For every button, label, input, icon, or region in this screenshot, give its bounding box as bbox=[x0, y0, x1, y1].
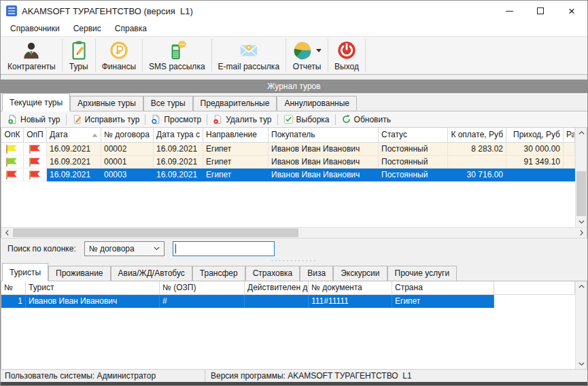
details-tab[interactable]: Туристы bbox=[2, 263, 48, 281]
journal-tab[interactable]: Аннулированные bbox=[277, 96, 357, 111]
tourist-cell: # bbox=[160, 295, 245, 308]
action-button[interactable]: Просмотр bbox=[147, 112, 205, 127]
tour-row[interactable]: 16.09.20210000116.09.2021ЕгипетИванов Ив… bbox=[1, 156, 575, 169]
journal-tab[interactable]: Текущие туры bbox=[2, 93, 70, 111]
column-header-label: К оплате, Руб bbox=[451, 128, 503, 142]
journal-tab[interactable]: Все туры bbox=[143, 96, 193, 111]
details-tab[interactable]: Проживание bbox=[48, 266, 111, 281]
scroll-up-icon[interactable] bbox=[576, 281, 587, 292]
action-button[interactable]: Выборка bbox=[279, 112, 334, 127]
column-header[interactable]: Дата bbox=[47, 128, 101, 143]
edit-tour-icon bbox=[72, 114, 82, 124]
close-icon: × bbox=[568, 5, 575, 17]
scrollbar-thumb[interactable] bbox=[13, 228, 298, 237]
column-header[interactable]: Турист bbox=[26, 281, 160, 295]
column-header[interactable]: ОпК bbox=[1, 128, 24, 143]
tours-table: ОпКОпПДата№ договораДата тура сНаправлен… bbox=[1, 128, 587, 238]
tour-cell: 00003 bbox=[101, 169, 154, 181]
column-header-label: Дата bbox=[50, 128, 68, 142]
tourist-row[interactable]: 1Иванов Иван Иванович#111#11111Египет bbox=[1, 295, 494, 308]
journal-tabs: Текущие турыАрхивные турыВсе турыПредвар… bbox=[1, 93, 587, 111]
opk-flag-icon bbox=[1, 156, 24, 169]
details-tab[interactable]: Экскурсии bbox=[333, 266, 387, 281]
minimize-button[interactable] bbox=[494, 1, 525, 21]
search-panel: Поиск по колонке: № договора bbox=[1, 238, 587, 258]
toolbar-button[interactable]: SMS рассылка bbox=[143, 37, 211, 74]
action-button[interactable]: Исправить тур bbox=[68, 112, 144, 127]
journal-tab[interactable]: Архивные туры bbox=[70, 96, 143, 111]
action-button[interactable]: Удалить тур bbox=[209, 112, 275, 127]
scroll-right-icon[interactable] bbox=[576, 228, 587, 238]
tourists-vertical-scrollbar[interactable] bbox=[575, 281, 587, 369]
journal-tab[interactable]: Предварительные bbox=[193, 96, 277, 111]
toolbar-button[interactable]: E-mail рассылка bbox=[212, 37, 286, 74]
opk-flag-icon bbox=[1, 143, 24, 156]
toolbar-button[interactable]: Выход bbox=[328, 37, 365, 74]
toolbar-button[interactable]: Финансы bbox=[96, 37, 142, 74]
column-header[interactable]: № договора bbox=[101, 128, 154, 143]
column-header[interactable]: № (ОЗП) bbox=[160, 281, 245, 295]
action-button-label: Новый тур bbox=[20, 115, 60, 124]
details-tab[interactable]: Авиа/ЖД/Автобус bbox=[111, 266, 192, 281]
action-button[interactable]: Обновить bbox=[337, 112, 395, 127]
person-icon bbox=[21, 40, 41, 60]
column-header[interactable]: № bbox=[1, 281, 26, 295]
journal-header: Журнал туров bbox=[1, 80, 587, 93]
toolbar-button[interactable]: Отчеты bbox=[286, 37, 328, 74]
tourist-cell: 1 bbox=[1, 295, 26, 308]
search-input[interactable] bbox=[173, 241, 275, 256]
tour-cell: 16.09.2021 bbox=[47, 143, 101, 156]
column-header-filler bbox=[494, 281, 575, 295]
toolbar-button[interactable]: Туры bbox=[63, 37, 95, 74]
toolbar-button[interactable]: Контрагенты bbox=[1, 37, 62, 74]
menu-item[interactable]: Справка bbox=[108, 21, 154, 36]
column-header[interactable]: Дата тура с bbox=[154, 128, 203, 143]
menu-item[interactable]: Справочники bbox=[3, 21, 67, 36]
column-header-label: Приход, Руб bbox=[513, 128, 560, 142]
tourist-cell: 111#11111 bbox=[309, 295, 392, 308]
tours-table-header: ОпКОпПДата№ договораДата тура сНаправлен… bbox=[1, 128, 575, 143]
tours-horizontal-scrollbar[interactable] bbox=[1, 227, 587, 238]
action-button[interactable]: Новый тур bbox=[3, 112, 65, 127]
tour-cell: Иванов Иван Иванович bbox=[269, 156, 379, 169]
action-separator bbox=[66, 114, 67, 125]
details-tab[interactable]: Виза bbox=[300, 266, 333, 281]
column-header[interactable]: Направление bbox=[203, 128, 269, 143]
tour-row[interactable]: 16.09.20210000316.09.2021ЕгипетИванов Ив… bbox=[1, 169, 575, 181]
column-header[interactable]: Приход, Руб bbox=[506, 128, 564, 143]
maximize-button[interactable] bbox=[525, 1, 556, 21]
column-header[interactable]: Ра bbox=[564, 128, 575, 143]
scrollbar-thumb[interactable] bbox=[576, 171, 586, 216]
window-controls: × bbox=[494, 1, 587, 21]
delete-tour-icon bbox=[213, 114, 223, 124]
opk-flag-icon bbox=[1, 169, 24, 181]
column-header[interactable]: ОпП bbox=[24, 128, 47, 143]
title-bar: AKAMSOFT ТУРАГЕНТСТВО (версия L1) × bbox=[1, 1, 587, 21]
scroll-left-icon[interactable] bbox=[1, 228, 12, 238]
search-column-select[interactable]: № договора bbox=[84, 241, 165, 256]
scroll-down-icon[interactable] bbox=[576, 359, 587, 369]
close-button[interactable]: × bbox=[556, 1, 587, 21]
reports-dropdown-arrow[interactable] bbox=[316, 49, 322, 52]
search-column-value: № договора bbox=[89, 244, 135, 253]
details-tab[interactable]: Прочие услуги bbox=[387, 266, 457, 281]
scroll-down-icon[interactable] bbox=[576, 217, 587, 227]
column-header[interactable]: К оплате, Руб bbox=[448, 128, 506, 143]
tour-cell: Постоянный bbox=[379, 156, 448, 169]
tour-cell: 91 349.10 bbox=[506, 156, 564, 169]
column-header[interactable]: Страна bbox=[392, 281, 494, 295]
column-header[interactable]: Действителен до bbox=[245, 281, 309, 295]
details-tab[interactable]: Страховка bbox=[245, 266, 300, 281]
tours-vertical-scrollbar[interactable] bbox=[575, 128, 587, 227]
column-header[interactable]: № документа bbox=[309, 281, 392, 295]
tour-row[interactable]: 16.09.20210000216.09.2021ЕгипетИванов Ив… bbox=[1, 143, 575, 156]
details-tab[interactable]: Трансфер bbox=[192, 266, 245, 281]
scroll-up-icon[interactable] bbox=[576, 128, 587, 138]
sort-asc-icon bbox=[92, 133, 98, 137]
panel-splitter[interactable]: ············ bbox=[1, 258, 587, 263]
maximize-icon bbox=[537, 7, 544, 14]
menu-item[interactable]: Сервис bbox=[67, 21, 108, 36]
toolbar-button-label: E-mail рассылка bbox=[218, 62, 280, 71]
column-header[interactable]: Покупатель bbox=[269, 128, 379, 143]
column-header[interactable]: Статус bbox=[379, 128, 448, 143]
